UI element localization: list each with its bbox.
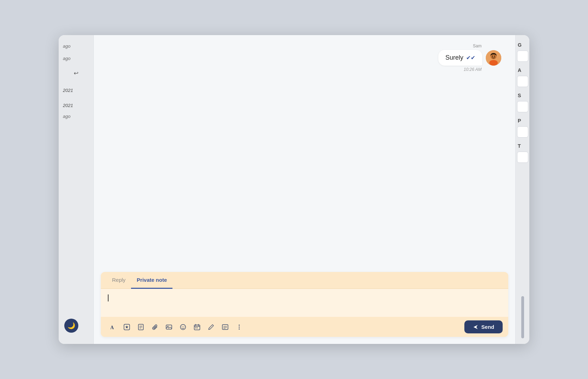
send-icon: [473, 324, 478, 330]
message-time: 10:26 AM: [464, 67, 501, 72]
svg-point-27: [239, 326, 240, 327]
message-text: Surely: [445, 54, 463, 61]
knowledge-base-svg: [137, 324, 144, 331]
svg-point-3: [492, 56, 493, 57]
svg-point-28: [239, 328, 240, 330]
compose-input-area[interactable]: [101, 289, 508, 317]
image-icon[interactable]: [163, 321, 175, 333]
send-label: Send: [481, 324, 494, 330]
sidebar-year-1: 2021: [59, 85, 93, 96]
tab-private-note[interactable]: Private note: [131, 272, 172, 289]
calendar-icon[interactable]: [191, 321, 203, 333]
svg-rect-11: [166, 325, 172, 329]
right-panel-box-3[interactable]: [517, 101, 528, 112]
svg-point-15: [184, 326, 184, 327]
compose-tabs: Reply Private note: [101, 272, 508, 289]
sidebar-time-3: ago: [59, 111, 93, 122]
svg-point-13: [181, 324, 186, 330]
attachment-svg: [151, 324, 158, 331]
right-panel-section-t: T: [517, 142, 528, 150]
right-panel-section-p: P: [517, 117, 528, 125]
message-outgoing: Sam Surely ✔✔: [108, 44, 501, 72]
right-scrollbar[interactable]: [521, 296, 524, 338]
main-chat: Sam Surely ✔✔: [94, 35, 515, 344]
svg-rect-21: [197, 327, 198, 328]
left-sidebar: ago ago ↩ 2021 2021 ago 🌙: [59, 35, 94, 344]
chat-messages: Sam Surely ✔✔: [94, 35, 515, 272]
avatar: [486, 50, 501, 66]
text-cursor: [108, 294, 109, 301]
message-bubble: Surely ✔✔: [438, 50, 482, 66]
knowledge-base-icon[interactable]: [135, 321, 147, 333]
more-options-svg: [236, 324, 243, 331]
right-panel-box-4[interactable]: [517, 126, 528, 138]
emoji-svg: [179, 324, 187, 331]
ai-assist-icon[interactable]: [120, 321, 133, 333]
text-format-icon[interactable]: A: [106, 321, 119, 333]
svg-point-26: [239, 325, 240, 326]
dark-mode-button[interactable]: 🌙: [64, 319, 78, 333]
edit-svg: [208, 324, 215, 331]
avatar-svg: [486, 50, 501, 66]
emoji-icon[interactable]: [177, 321, 189, 333]
calendar-svg: [194, 324, 201, 331]
ai-assist-svg: [123, 324, 130, 331]
list-icon[interactable]: [219, 321, 231, 333]
right-panel-section-s: S: [517, 91, 528, 100]
message-sender: Sam: [473, 44, 501, 48]
right-panel-section-g: G: [517, 41, 528, 49]
sidebar-year-2: 2021: [59, 100, 93, 111]
text-format-svg: A: [109, 324, 116, 331]
back-icon: ↩: [74, 70, 78, 77]
back-button[interactable]: ↩: [70, 67, 83, 79]
compose-toolbar: A: [101, 317, 508, 337]
double-check-icon: ✔✔: [466, 54, 475, 61]
moon-icon: 🌙: [67, 322, 75, 330]
svg-rect-22: [222, 325, 228, 330]
list-svg: [222, 324, 229, 331]
svg-text:A: A: [110, 325, 114, 330]
attachment-icon[interactable]: [149, 321, 161, 333]
message-bubble-row: Surely ✔✔: [438, 50, 501, 66]
right-panel-box-5[interactable]: [517, 152, 528, 163]
more-options-icon[interactable]: [233, 321, 246, 333]
svg-point-14: [182, 326, 183, 327]
svg-rect-20: [195, 327, 196, 328]
app-container: ago ago ↩ 2021 2021 ago 🌙 Sam Surely ✔✔: [59, 35, 529, 344]
right-panel: G A S P T: [515, 35, 529, 344]
svg-point-2: [489, 60, 498, 66]
right-panel-section-a: A: [517, 66, 528, 74]
tab-reply[interactable]: Reply: [106, 272, 131, 289]
avatar-image: [486, 50, 501, 66]
edit-icon[interactable]: [205, 321, 217, 333]
sidebar-time-1: ago: [59, 41, 93, 52]
image-svg: [165, 324, 172, 331]
send-button[interactable]: Send: [464, 320, 503, 333]
right-panel-box-1[interactable]: [517, 51, 528, 62]
right-panel-box-2[interactable]: [517, 76, 528, 87]
svg-point-4: [494, 56, 495, 57]
sidebar-time-2: ago: [59, 53, 93, 64]
compose-area: Reply Private note A: [101, 272, 508, 337]
